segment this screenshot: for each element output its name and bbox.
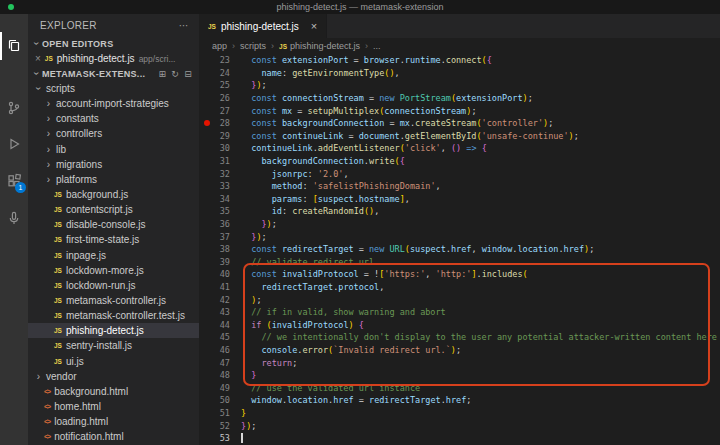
code-line-29[interactable]: 29 const continueLink = document.getElem… [199, 130, 720, 143]
collapse-all-icon[interactable]: ⊟ [184, 69, 192, 79]
line-number[interactable]: 35 [199, 206, 241, 216]
tree-file-sentry-install.js[interactable]: JSsentry-install.js [28, 338, 199, 353]
line-number[interactable]: 49 [199, 383, 241, 393]
code-line-28[interactable]: 28 const backgroundConnection = mx.creat… [199, 117, 720, 130]
line-number[interactable]: 51 [199, 408, 241, 418]
breakpoint-icon[interactable] [204, 120, 210, 126]
code-line-38[interactable]: 38 const redirectTarget = new URL(suspec… [199, 243, 720, 256]
tree-folder-account-import-strategies[interactable]: ›account-import-strategies [28, 96, 199, 111]
tree-file-ui.js[interactable]: JSui.js [28, 354, 199, 369]
line-number[interactable]: 48 [199, 370, 241, 380]
tree-file-first-time-state.js[interactable]: JSfirst-time-state.js [28, 232, 199, 247]
line-number[interactable]: 25 [199, 80, 241, 90]
line-number[interactable]: 52 [199, 421, 241, 431]
tree-file-contentscript.js[interactable]: JScontentscript.js [28, 202, 199, 217]
code-line-34[interactable]: 34 params: [suspect.hostname], [199, 193, 720, 206]
line-number[interactable]: 47 [199, 358, 241, 368]
open-editors-header[interactable]: › OPEN EDITORS [28, 36, 199, 51]
source-control-icon[interactable] [0, 94, 28, 122]
line-number[interactable]: 45 [199, 332, 241, 342]
tree-file-metamask-controller.js[interactable]: JSmetamask-controller.js [28, 293, 199, 308]
breadcrumb-item-...[interactable]: ... [373, 41, 381, 51]
code-line-32[interactable]: 32 jsonrpc: '2.0', [199, 167, 720, 180]
code-line-31[interactable]: 31 backgroundConnection.write({ [199, 155, 720, 168]
mic-icon[interactable] [0, 204, 28, 232]
more-actions-icon[interactable]: ⋯ [179, 20, 189, 31]
line-number[interactable]: 42 [199, 295, 241, 305]
line-number[interactable]: 31 [199, 156, 241, 166]
refresh-icon[interactable]: ↻ [171, 69, 179, 79]
line-number[interactable]: 27 [199, 106, 241, 116]
tree-folder-controllers[interactable]: ›controllers [28, 126, 199, 141]
code-line-27[interactable]: 27 const mx = setupMultiplex(connectionS… [199, 104, 720, 117]
code-line-53[interactable]: 53 [199, 432, 720, 445]
tree-folder-platforms[interactable]: ›platforms [28, 172, 199, 187]
tree-file-lockdown-run.js[interactable]: JSlockdown-run.js [28, 278, 199, 293]
code-line-45[interactable]: 45 // we intentionally don't display to … [199, 331, 720, 344]
code-line-23[interactable]: 23 const extensionPort = browser.runtime… [199, 54, 720, 67]
line-number[interactable]: 38 [199, 244, 241, 254]
line-number[interactable]: 37 [199, 232, 241, 242]
line-number[interactable]: 26 [199, 93, 241, 103]
tab-phishing-detect[interactable]: JS phishing-detect.js × [199, 14, 327, 38]
code-line-49[interactable]: 49 // use the validated url instance [199, 381, 720, 394]
tree-file-lockdown-more.js[interactable]: JSlockdown-more.js [28, 263, 199, 278]
line-number[interactable]: 44 [199, 320, 241, 330]
line-number[interactable]: 46 [199, 345, 241, 355]
code-line-24[interactable]: 24 name: getEnvironmentType(), [199, 67, 720, 80]
line-number[interactable]: 24 [199, 68, 241, 78]
code-line-37[interactable]: 37 }); [199, 230, 720, 243]
line-number[interactable]: 41 [199, 282, 241, 292]
tree-folder-lib[interactable]: ›lib [28, 142, 199, 157]
tree-file-phishing-detect.js[interactable]: JSphishing-detect.js [28, 323, 199, 338]
code-line-46[interactable]: 46 console.error(`Invalid redirect url.`… [199, 344, 720, 357]
tree-folder-migrations[interactable]: ›migrations [28, 157, 199, 172]
new-file-icon[interactable]: ⊞ [158, 69, 166, 79]
tree-file-background.js[interactable]: JSbackground.js [28, 187, 199, 202]
tree-file-home.html[interactable]: <>home.html [28, 399, 199, 414]
code-line-25[interactable]: 25 }); [199, 79, 720, 92]
breadcrumb-item-scripts[interactable]: scripts [240, 41, 266, 51]
code-line-51[interactable]: 51} [199, 407, 720, 420]
close-tab-icon[interactable]: × [311, 20, 317, 32]
line-number[interactable]: 43 [199, 307, 241, 317]
line-number[interactable]: 32 [199, 169, 241, 179]
line-number[interactable]: 28 [199, 118, 241, 128]
open-editor-item[interactable]: × JS phishing-detect.js app/scri... [28, 51, 199, 66]
line-number[interactable]: 33 [199, 181, 241, 191]
code-line-33[interactable]: 33 method: 'safelistPhishingDomain', [199, 180, 720, 193]
line-number[interactable]: 39 [199, 257, 241, 267]
line-number[interactable]: 40 [199, 269, 241, 279]
tree-file-loading.html[interactable]: <>loading.html [28, 414, 199, 429]
code-line-50[interactable]: 50 window.location.href = redirectTarget… [199, 394, 720, 407]
code-line-43[interactable]: 43 // if in valid, show warning and abor… [199, 306, 720, 319]
workspace-header[interactable]: › METAMASK-EXTENS... ⊞↻⊟ [28, 66, 199, 81]
tree-file-inpage.js[interactable]: JSinpage.js [28, 248, 199, 263]
tree-folder-vendor[interactable]: ›vendor [28, 369, 199, 384]
tree-file-notification.html[interactable]: <>notification.html [28, 429, 199, 444]
code-line-40[interactable]: 40 const invalidProtocol = !['https:', '… [199, 268, 720, 281]
line-number[interactable]: 53 [199, 433, 241, 443]
code-line-47[interactable]: 47 return; [199, 356, 720, 369]
line-number[interactable]: 50 [199, 395, 241, 405]
line-number[interactable]: 34 [199, 194, 241, 204]
line-number[interactable]: 36 [199, 219, 241, 229]
code-line-48[interactable]: 48 } [199, 369, 720, 382]
breadcrumb-item-app[interactable]: app [212, 41, 227, 51]
tree-folder-scripts[interactable]: ›scripts [28, 81, 199, 96]
code-line-42[interactable]: 42 ); [199, 293, 720, 306]
code-line-44[interactable]: 44 if (invalidProtocol) { [199, 318, 720, 331]
tree-folder-constants[interactable]: ›constants [28, 111, 199, 126]
tree-file-disable-console.js[interactable]: JSdisable-console.js [28, 217, 199, 232]
line-number[interactable]: 29 [199, 131, 241, 141]
run-debug-icon[interactable] [0, 130, 28, 158]
breadcrumb-item-phishing-detect.js[interactable]: JSphishing-detect.js [279, 41, 360, 51]
code-line-52[interactable]: 52}); [199, 419, 720, 432]
explorer-icon[interactable] [0, 32, 28, 60]
code-line-30[interactable]: 30 continueLink.addEventListener('click'… [199, 142, 720, 155]
code-area[interactable]: 23 const extensionPort = browser.runtime… [199, 54, 720, 444]
code-line-39[interactable]: 39 // validate redirect url [199, 256, 720, 269]
tree-file-metamask-controller.test.js[interactable]: JSmetamask-controller.test.js [28, 308, 199, 323]
line-number[interactable]: 23 [199, 55, 241, 65]
code-line-26[interactable]: 26 const connectionStream = new PortStre… [199, 92, 720, 105]
